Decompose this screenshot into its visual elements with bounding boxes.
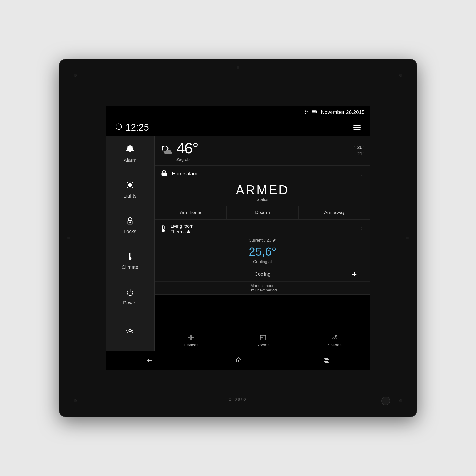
cards-area: Home alarm ⋮ ARMED Status Arm home Disar… xyxy=(154,165,371,331)
svg-point-12 xyxy=(128,183,132,187)
screw-mr xyxy=(406,237,408,239)
devices-icon xyxy=(188,335,194,342)
thermo-plus-button[interactable]: + xyxy=(348,269,360,279)
screw-bl xyxy=(74,399,77,402)
svg-rect-47 xyxy=(188,335,190,338)
sidebar-climate-label: Climate xyxy=(122,265,138,270)
alarm-card-title: Home alarm xyxy=(172,171,199,177)
alarm-icon xyxy=(126,145,135,155)
sidebar-item-scenes[interactable] xyxy=(106,315,154,351)
date-label: November 26.2015 xyxy=(321,109,365,115)
rooms-icon xyxy=(260,335,266,342)
arm-home-button[interactable]: Arm home xyxy=(155,206,227,219)
sidebar-item-lights[interactable]: Lights xyxy=(106,172,154,208)
screw-ml xyxy=(68,237,70,239)
sidebar-power-label: Power xyxy=(123,300,137,306)
sidebar-lights-label: Lights xyxy=(123,193,136,199)
android-back-button[interactable] xyxy=(147,357,153,365)
status-right: November 26.2015 xyxy=(303,109,365,115)
disarm-button[interactable]: Disarm xyxy=(227,206,299,219)
brand-label: zipato xyxy=(229,397,247,402)
thermostat-card: Living room Thermostat ⋮ Currently 23,9°… xyxy=(154,219,371,295)
nav-devices[interactable]: Devices xyxy=(184,335,198,348)
svg-rect-2 xyxy=(312,111,316,112)
arm-away-button[interactable]: Arm away xyxy=(299,206,370,219)
weather-temp: 46° xyxy=(176,139,198,157)
bottom-nav: Devices Rooms xyxy=(154,331,371,351)
manual-mode-label: Manual mode xyxy=(155,284,370,288)
thermostat-header: Living room Thermostat ⋮ xyxy=(155,220,370,237)
sidebar-alarm-label: Alarm xyxy=(124,157,136,163)
screen: November 26.2015 12:25 xyxy=(105,105,371,371)
weather-row: 46° Zagreb ↑ 28° ↓ 21° xyxy=(154,136,371,165)
thermo-currently-label: Currently 23,9° xyxy=(155,237,370,244)
time-label: 12:25 xyxy=(126,122,149,133)
lights-icon xyxy=(126,181,134,191)
svg-line-8 xyxy=(127,187,128,188)
screw-br xyxy=(399,399,402,402)
android-home-button[interactable] xyxy=(235,357,241,365)
time-display: 12:25 xyxy=(115,122,149,133)
nav-scenes-label: Scenes xyxy=(327,343,341,348)
sidebar-item-power[interactable]: Power xyxy=(106,279,154,315)
scenes-nav-icon xyxy=(331,335,338,342)
nav-scenes[interactable]: Scenes xyxy=(327,335,341,348)
svg-point-46 xyxy=(162,229,165,232)
screw-tr xyxy=(399,74,402,77)
sidebar-item-locks[interactable]: Locks xyxy=(106,208,154,244)
top-bar: 12:25 xyxy=(105,119,371,136)
android-nav xyxy=(105,351,371,371)
thermostat-dots-menu[interactable]: ⋮ xyxy=(358,226,364,232)
thermo-manual-mode: Manual mode Until next period xyxy=(155,281,370,294)
svg-rect-42 xyxy=(162,225,164,230)
nav-rooms[interactable]: Rooms xyxy=(256,335,270,348)
svg-point-36 xyxy=(164,151,168,154)
weather-high: ↑ 28° xyxy=(354,145,364,150)
svg-line-28 xyxy=(132,329,132,329)
thermostat-title: Living room Thermostat xyxy=(170,223,193,235)
sidebar: Alarm xyxy=(105,136,154,351)
scenes-icon xyxy=(126,327,134,337)
thermo-header-left: Living room Thermostat xyxy=(161,223,193,235)
alarm-dots-menu[interactable]: ⋮ xyxy=(358,171,364,177)
svg-line-9 xyxy=(132,182,133,183)
thermo-controls: — Cooling + xyxy=(155,267,370,281)
locks-icon xyxy=(126,217,134,227)
alarm-status-label: Status xyxy=(155,197,370,206)
hamburger-menu[interactable] xyxy=(353,125,361,130)
thermo-current-temp: 25,6° xyxy=(155,244,370,259)
svg-rect-17 xyxy=(129,253,131,258)
weather-info: 46° Zagreb xyxy=(176,139,198,162)
sidebar-item-alarm[interactable]: Alarm xyxy=(106,136,154,172)
right-panel: 46° Zagreb ↑ 28° ↓ 21° xyxy=(154,136,371,351)
svg-point-21 xyxy=(129,258,131,260)
nav-devices-label: Devices xyxy=(184,343,198,348)
clock-icon xyxy=(115,123,122,132)
svg-rect-50 xyxy=(191,338,194,340)
svg-line-34 xyxy=(167,146,167,147)
thermo-minus-button[interactable]: — xyxy=(165,269,177,279)
svg-line-11 xyxy=(132,187,133,188)
weather-low: ↓ 21° xyxy=(354,151,364,156)
battery-icon xyxy=(312,110,317,114)
svg-rect-41 xyxy=(162,173,167,176)
svg-line-25 xyxy=(128,329,128,329)
weather-icon xyxy=(161,145,171,156)
svg-line-6 xyxy=(127,182,128,183)
thermo-mode-label: Cooling xyxy=(255,271,270,277)
camera xyxy=(237,66,239,69)
sidebar-locks-label: Locks xyxy=(124,229,136,234)
thermostat-icon xyxy=(161,225,166,234)
svg-point-0 xyxy=(306,113,306,114)
screw-tl xyxy=(74,74,77,77)
until-label: Until next period xyxy=(155,288,370,292)
alarm-header-left: Home alarm xyxy=(161,170,199,178)
sidebar-item-climate[interactable]: Climate xyxy=(106,243,154,279)
alarm-card-header: Home alarm ⋮ xyxy=(155,166,370,180)
wifi-icon xyxy=(303,109,308,115)
svg-point-16 xyxy=(130,221,131,222)
nav-rooms-label: Rooms xyxy=(256,343,270,348)
android-recents-button[interactable] xyxy=(323,357,329,365)
status-bar: November 26.2015 xyxy=(105,105,371,119)
home-button[interactable] xyxy=(381,396,390,405)
